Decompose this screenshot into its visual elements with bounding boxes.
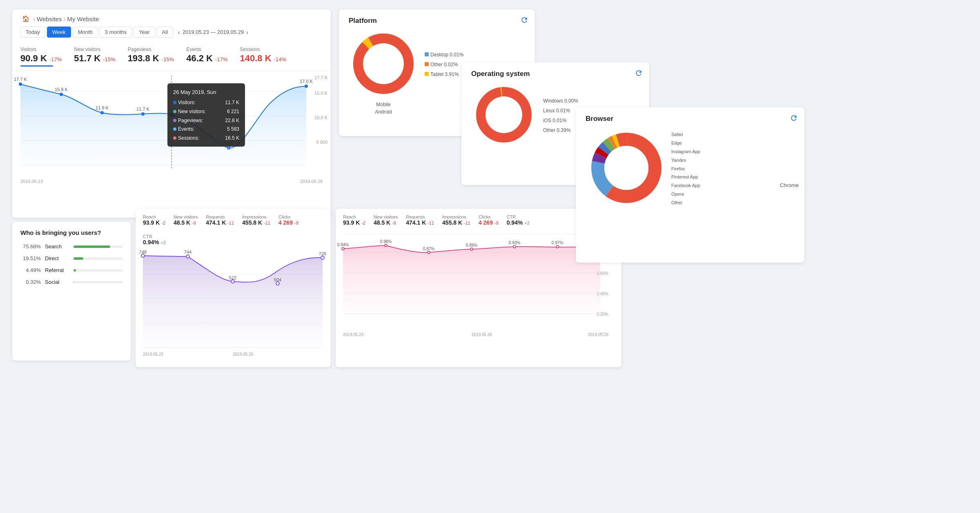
y-label-158: 15.0 K [314,91,327,96]
ctr-metric-impressions: Impressions 455.8 K -11 [442,214,470,226]
svg-point-78 [604,146,648,190]
browser-refresh-icon[interactable] [790,114,798,122]
metric-events: Events 46.2 K -17% [186,47,227,67]
svg-text:15.8 K: 15.8 K [55,87,68,92]
ctr-metric-reach: Reach 93.9 K -2 [343,214,365,226]
filter-month[interactable]: Month [73,27,98,38]
svg-text:2019.05.23: 2019.05.23 [343,332,363,337]
svg-point-46 [428,251,430,254]
date-next-button[interactable]: › [246,29,248,36]
svg-text:2019.05.23: 2019.05.23 [143,352,163,357]
browser-title: Browser [586,115,613,123]
svg-point-45 [385,244,387,247]
browser-donut [586,127,667,209]
svg-point-4 [19,83,22,86]
metric-new-visitors: New visitors 51.7 K -15% [74,47,115,67]
svg-point-23 [186,255,189,258]
svg-text:17.0 K: 17.0 K [300,79,313,84]
svg-point-5 [60,93,63,96]
reach-chart-svg: 748 744 522 504 726 2019.05.23 2019.05.2… [143,250,323,368]
filter-3months[interactable]: 3 months [100,27,132,38]
svg-point-69 [486,96,522,133]
breadcrumb: 🏠 › Websites › My Website [20,15,323,22]
breadcrumb-mywebsite[interactable]: My Website [67,16,99,22]
reach-card: Reach 93.9 K -2 New visitors 48.5 K -9 R… [136,209,331,367]
svg-point-8 [227,146,230,149]
y-label-5000: 5 000 [316,140,327,145]
svg-point-49 [556,245,559,248]
svg-text:0.93%: 0.93% [509,241,520,245]
svg-text:0.97%: 0.97% [552,241,563,245]
svg-text:726: 726 [319,251,326,256]
svg-text:0.89%: 0.89% [466,243,477,248]
os-refresh-icon[interactable] [635,69,643,77]
home-icon[interactable]: 🏠 [22,15,30,22]
svg-point-47 [470,248,473,250]
main-analytics-card: 🏠 › Websites › My Website Today Week Mon… [12,9,331,218]
svg-point-7 [141,112,145,116]
platform-title: Platform [349,17,377,25]
user-source-referral: 4.49% Referral [20,267,122,273]
browser-chrome-label: Chrome [780,182,799,188]
reach-metric-clicks: Clicks 4 269 -9 [278,214,298,226]
svg-text:522: 522 [229,275,236,280]
svg-text:748: 748 [139,250,147,254]
y-label-177: 17.7 K [314,75,327,80]
breadcrumb-websites[interactable]: Websites [37,16,62,22]
users-source-card: Who is bringing you users? 75.68% Search… [12,222,131,361]
chart-tooltip: 26 May 2019, Sun Visitors: 11.7 K New vi… [167,83,245,147]
reach-metric-new-visitors: New visitors 48.5 K -9 [174,214,198,226]
reach-metric-reach: Reach 93.9 K -2 [143,214,165,226]
platform-mobile-label: Mobile [349,102,418,107]
ctr-metrics-row: Reach 93.9 K -2 New visitors 48.5 K -9 R… [343,214,614,226]
ctr-metric-clicks: Clicks 4 269 -9 [479,214,499,226]
ctr-chart-svg: 1.00% 0.80% 0.60% 0.40% 0.20% 0.94% 0.98… [343,230,612,348]
svg-point-9 [305,85,308,88]
ctr-metric-new-visitors: New visitors 48.5 K -9 [374,214,398,226]
svg-text:2019.05.29: 2019.05.29 [588,332,608,337]
platform-android-label: Android [349,109,418,115]
ctr-metric-ctr: CTR 0.94% +2 [507,214,530,226]
metric-visitors: Visitors 90.9 K -17% [20,47,62,67]
svg-text:11.7 K: 11.7 K [136,107,149,112]
svg-text:11.9 K: 11.9 K [96,105,109,110]
reach-metric-ctr: CTR 0.94% +2 [143,234,166,245]
svg-point-66 [363,43,404,84]
breadcrumb-sep2: › [63,16,65,22]
svg-point-24 [231,280,234,283]
svg-text:0.87%: 0.87% [423,247,434,251]
svg-text:744: 744 [184,250,192,254]
date-range-text: 2019.05.23 — 2019.05.29 [183,29,244,35]
filter-year[interactable]: Year [134,27,155,38]
date-prev-button[interactable]: ‹ [178,29,180,36]
y-label-100: 10.0 K [314,115,327,120]
filter-week[interactable]: Week [47,27,71,38]
svg-text:504: 504 [274,277,281,282]
x-label-right: 2019.05.29 [300,179,323,184]
filter-all[interactable]: All [157,27,173,38]
svg-point-44 [342,248,344,250]
svg-point-26 [321,256,324,259]
reach-metric-impressions: Impressions 455.8 K -11 [242,214,270,226]
svg-text:17.7 K: 17.7 K [14,77,27,82]
filter-today[interactable]: Today [20,27,45,38]
users-card-title: Who is bringing you users? [20,229,122,236]
metric-pageviews: Pageviews 193.8 K -15% [128,47,174,67]
svg-point-22 [141,254,145,257]
breadcrumb-sep1: › [33,16,35,22]
main-chart: 17.7 K 15.0 K 10.0 K 5 000 2019.05.23 20… [12,71,331,185]
x-label-left: 2019.05.23 [20,179,43,184]
user-source-social: 0.32% Social [20,279,122,285]
metric-sessions: Sessions 140.8 K -14% [240,47,286,67]
svg-text:0.94%: 0.94% [337,243,349,247]
svg-text:—: — [600,330,604,335]
browser-legend: Safari Edge Instagram App Yandex Firefox… [671,130,700,207]
os-title: Operating system [471,70,530,78]
os-donut [471,82,537,147]
browser-card: Browser [576,107,804,263]
svg-text:2019.05.26: 2019.05.26 [233,352,253,357]
svg-text:0.98%: 0.98% [380,239,392,244]
platform-refresh-icon[interactable] [520,16,528,24]
os-legend: Windows 0.00% Linux 0.01% iOS 0.01% Othe… [543,96,578,135]
svg-text:2019.05.26: 2019.05.26 [472,332,492,337]
